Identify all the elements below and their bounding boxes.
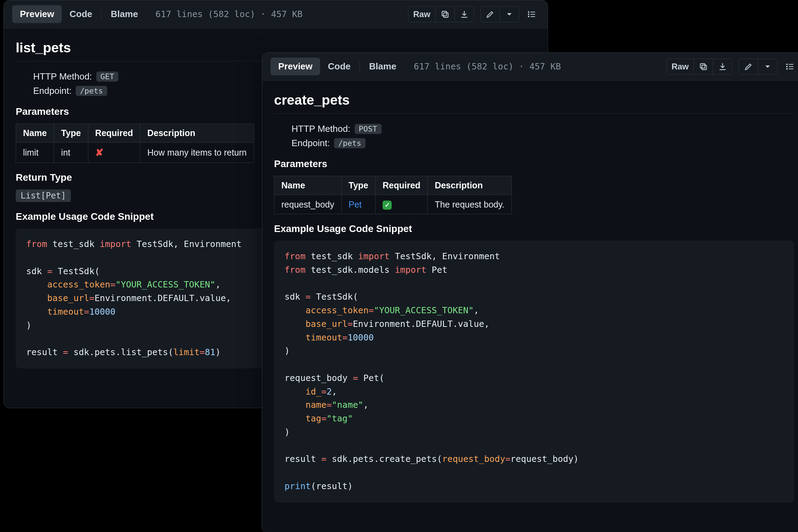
- svg-point-5: [528, 12, 529, 12]
- http-method-badge: POST: [355, 124, 382, 134]
- copy-icon[interactable]: [435, 7, 455, 22]
- param-description: How many items to return: [140, 143, 254, 163]
- snippet-heading: Example Usage Code Snippet: [274, 223, 794, 234]
- svg-point-7: [528, 16, 529, 17]
- param-required: ✘: [88, 143, 140, 163]
- code-snippet: from test_sdk import TestSdk, Environmen…: [274, 241, 794, 502]
- param-type: int: [54, 143, 88, 163]
- col-description: Description: [140, 124, 254, 143]
- param-name: limit: [16, 143, 54, 163]
- svg-rect-9: [700, 63, 705, 68]
- param-type: Pet: [341, 195, 376, 214]
- parameters-table: Name Type Required Description limit int…: [16, 123, 254, 163]
- download-icon[interactable]: [455, 7, 474, 22]
- view-tabs: Preview Code Blame: [12, 5, 146, 23]
- endpoint-title: create_pets: [274, 92, 794, 114]
- doc-content: create_pets HTTP Method: POST Endpoint: …: [262, 81, 798, 516]
- tab-blame[interactable]: Blame: [361, 58, 404, 75]
- svg-point-15: [786, 68, 787, 69]
- raw-tool-group: Raw: [666, 59, 732, 75]
- param-description: The request body.: [428, 195, 512, 214]
- param-required: ✓: [376, 195, 428, 214]
- view-tabs: Preview Code Blame: [271, 58, 404, 75]
- svg-rect-0: [444, 13, 448, 17]
- tab-divider: [360, 61, 360, 72]
- svg-rect-1: [442, 11, 446, 16]
- svg-point-13: [786, 64, 787, 65]
- endpoint-badge: /pets: [76, 86, 107, 96]
- endpoint-label: Endpoint:: [33, 85, 72, 96]
- edit-tool-group: [480, 6, 519, 22]
- svg-rect-8: [702, 65, 707, 69]
- copy-icon[interactable]: [694, 59, 713, 74]
- http-method-label: HTTP Method:: [291, 123, 350, 134]
- col-type: Type: [341, 176, 376, 195]
- download-icon[interactable]: [713, 59, 732, 74]
- col-required: Required: [88, 124, 140, 143]
- type-link[interactable]: Pet: [349, 200, 362, 209]
- tab-divider: [101, 9, 102, 20]
- edit-tool-group: [739, 59, 777, 75]
- parameters-table: Name Type Required Description request_b…: [274, 176, 512, 214]
- file-meta: 617 lines (582 loc) · 457 KB: [414, 61, 561, 72]
- file-toolbar: Preview Code Blame 617 lines (582 loc) ·…: [262, 53, 798, 81]
- col-name: Name: [16, 124, 54, 143]
- caret-down-icon[interactable]: [758, 59, 777, 74]
- tab-code[interactable]: Code: [62, 5, 100, 23]
- endpoint-badge: /pets: [334, 138, 365, 148]
- http-method-label: HTTP Method:: [33, 71, 92, 82]
- col-name: Name: [274, 176, 342, 195]
- tab-blame[interactable]: Blame: [103, 5, 146, 23]
- endpoint-label: Endpoint:: [291, 138, 330, 149]
- col-description: Description: [428, 176, 512, 195]
- pencil-icon[interactable]: [739, 59, 758, 74]
- svg-point-14: [786, 66, 787, 67]
- tab-code[interactable]: Code: [320, 58, 358, 75]
- param-name: request_body: [274, 195, 342, 214]
- return-type-value: List[Pet]: [16, 189, 71, 202]
- list-icon[interactable]: [782, 59, 798, 74]
- table-row: limit int ✘ How many items to return: [16, 143, 254, 163]
- raw-button[interactable]: Raw: [667, 59, 694, 74]
- raw-tool-group: Raw: [408, 6, 474, 22]
- tab-preview[interactable]: Preview: [271, 58, 320, 75]
- list-icon[interactable]: [524, 7, 539, 22]
- http-method-badge: GET: [96, 72, 119, 82]
- pencil-icon[interactable]: [481, 7, 500, 22]
- file-panel-create-pets: Preview Code Blame 617 lines (582 loc) ·…: [262, 52, 798, 532]
- tab-preview[interactable]: Preview: [12, 5, 62, 23]
- raw-button[interactable]: Raw: [408, 7, 435, 22]
- table-row: request_body Pet ✓ The request body.: [274, 195, 512, 214]
- file-meta: 617 lines (582 loc) · 457 KB: [155, 9, 302, 19]
- parameters-heading: Parameters: [274, 158, 794, 170]
- x-icon: ✘: [95, 147, 103, 158]
- caret-down-icon[interactable]: [500, 7, 519, 22]
- col-type: Type: [54, 124, 88, 143]
- file-toolbar: Preview Code Blame 617 lines (582 loc) ·…: [4, 0, 548, 28]
- check-icon: ✓: [383, 201, 392, 210]
- svg-point-6: [528, 14, 529, 14]
- col-required: Required: [376, 176, 428, 195]
